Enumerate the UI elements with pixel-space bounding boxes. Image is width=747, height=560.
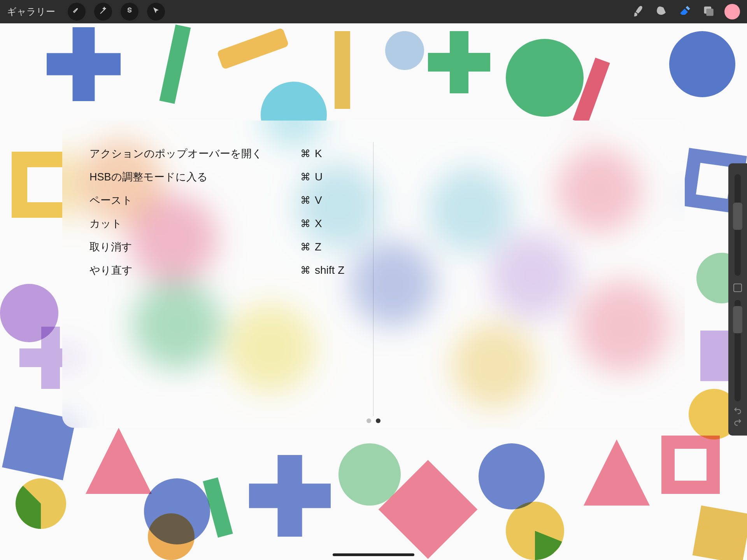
wand-icon	[98, 6, 108, 17]
actions-button[interactable]	[68, 3, 86, 21]
shortcut-label: 取り消す	[89, 240, 299, 254]
arrow-cursor-icon	[151, 6, 161, 17]
eraser-button[interactable]	[678, 4, 693, 19]
shortcuts-column-left: アクションのポップオーバーを開く ⌘K HSBの調整モードに入る ⌘U ペースト…	[89, 142, 374, 416]
eraser-icon	[679, 4, 692, 19]
shortcut-label: ペースト	[89, 193, 299, 207]
smudge-icon	[655, 4, 668, 19]
shortcut-row: HSBの調整モードに入る ⌘U	[89, 165, 361, 189]
adjustments-button[interactable]	[94, 3, 112, 21]
shortcut-row: 取り消す ⌘Z	[89, 235, 361, 259]
pager-dot[interactable]	[376, 418, 381, 423]
shortcut-row: ペースト ⌘V	[89, 189, 361, 212]
undo-button[interactable]	[733, 405, 743, 417]
brush-button[interactable]	[631, 4, 646, 19]
modify-button[interactable]	[733, 284, 742, 292]
top-toolbar: ギャラリー	[0, 0, 747, 23]
gallery-button[interactable]: ギャラリー	[7, 5, 55, 18]
shortcut-label: HSBの調整モードに入る	[89, 170, 299, 184]
redo-button[interactable]	[733, 417, 743, 429]
redo-icon	[733, 422, 743, 428]
keyboard-shortcuts-overlay: アクションのポップオーバーを開く ⌘K HSBの調整モードに入る ⌘U ペースト…	[62, 121, 685, 428]
shortcuts-column-right	[374, 142, 658, 416]
pager-dot[interactable]	[366, 418, 371, 423]
shortcut-label: やり直す	[89, 263, 299, 277]
shortcut-row: アクションのポップオーバーを開く ⌘K	[89, 142, 361, 165]
brush-opacity-slider[interactable]	[735, 300, 741, 401]
transform-button[interactable]	[147, 3, 165, 21]
undo-icon	[733, 410, 743, 416]
wrench-icon	[72, 6, 81, 17]
svg-rect-1	[706, 9, 713, 16]
brush-icon	[632, 4, 645, 19]
overlay-pager[interactable]	[366, 418, 381, 423]
home-indicator[interactable]	[333, 553, 414, 556]
shortcut-row: やり直す ⌘shift Z	[89, 259, 361, 282]
smudge-button[interactable]	[654, 4, 669, 19]
selection-button[interactable]	[121, 3, 139, 21]
layers-icon	[702, 4, 715, 19]
brush-size-slider[interactable]	[735, 174, 741, 276]
layers-button[interactable]	[701, 4, 716, 19]
color-swatch-button[interactable]	[724, 4, 740, 19]
side-slider-panel	[728, 163, 747, 436]
shortcut-label: アクションのポップオーバーを開く	[89, 147, 299, 161]
selection-s-icon	[125, 6, 134, 17]
shortcut-row: カット ⌘X	[89, 212, 361, 235]
shortcut-label: カット	[89, 217, 299, 231]
